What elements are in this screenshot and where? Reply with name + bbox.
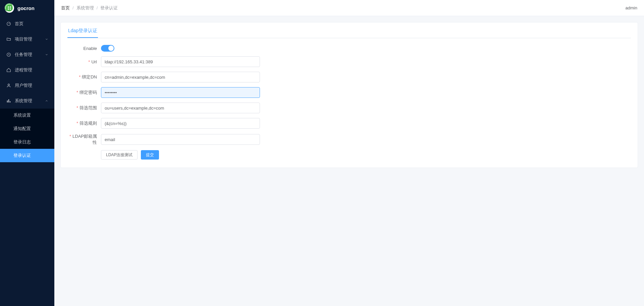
dashboard-icon — [6, 21, 11, 26]
chevron-down-icon — [45, 38, 48, 41]
breadcrumb-home[interactable]: 首页 — [61, 5, 70, 11]
sidebar-item-label: 任务管理 — [15, 52, 32, 58]
breadcrumb-system: 系统管理 — [76, 5, 94, 11]
clock-icon — [6, 52, 11, 57]
tabs: Ldap登录认证 — [67, 28, 631, 38]
ldap-form: Enable Url 绑定DN — [67, 45, 631, 160]
submenu-item-loginauth[interactable]: 登录认证 — [0, 149, 54, 162]
sidebar-item-process[interactable]: 进程管理 — [0, 62, 54, 78]
input-url[interactable] — [101, 56, 260, 67]
svg-rect-9 — [8, 99, 9, 102]
label-filter: 筛选规则 — [67, 120, 101, 126]
btn-test[interactable]: LDAP连接测试 — [101, 150, 138, 160]
submenu-item-loginlog[interactable]: 登录日志 — [0, 135, 54, 149]
svg-rect-2 — [10, 6, 11, 8]
sidebar-item-project[interactable]: 项目管理 — [0, 32, 54, 47]
input-filter[interactable] — [101, 118, 260, 129]
card-ldap: Ldap登录认证 Enable Url — [60, 22, 638, 168]
logo-icon — [5, 3, 14, 13]
sidebar-item-label: 进程管理 — [15, 67, 32, 73]
breadcrumb: 首页 / 系统管理 / 登录认证 — [61, 5, 118, 11]
sidebar-item-label: 项目管理 — [15, 36, 32, 42]
folder-icon — [6, 37, 11, 42]
sidebar: gocron 首页 项目管理 任务管理 进程管理 — [0, 0, 54, 306]
sidebar-item-task[interactable]: 任务管理 — [0, 47, 54, 62]
svg-rect-8 — [7, 101, 8, 103]
logo[interactable]: gocron — [0, 0, 54, 16]
submenu-item-notify[interactable]: 通知配置 — [0, 122, 54, 135]
input-binddn[interactable] — [101, 72, 260, 82]
svg-rect-1 — [8, 6, 9, 8]
input-scope[interactable] — [101, 103, 260, 113]
user-icon — [6, 83, 11, 88]
sidebar-item-label: 系统管理 — [15, 98, 32, 104]
label-scope: 筛选范围 — [67, 105, 101, 111]
label-enable: Enable — [67, 46, 101, 51]
user-menu[interactable]: admin — [626, 5, 637, 10]
label-url: Url — [67, 59, 101, 64]
submenu-system: 系统设置 通知配置 登录日志 登录认证 — [0, 109, 54, 162]
label-bindpw: 绑定密码 — [67, 89, 101, 96]
label-mail: LDAP邮箱属性 — [67, 133, 101, 145]
label-binddn: 绑定DN — [67, 74, 101, 80]
svg-rect-3 — [8, 8, 9, 10]
sidebar-item-label: 首页 — [15, 21, 23, 27]
input-bindpw[interactable] — [101, 87, 260, 98]
main: 首页 / 系统管理 / 登录认证 admin Ldap登录认证 Enable — [54, 0, 644, 306]
sidebar-item-label: 用户管理 — [15, 82, 32, 88]
tab-ldap[interactable]: Ldap登录认证 — [67, 28, 98, 38]
breadcrumb-sep: / — [72, 5, 74, 10]
switch-enable[interactable] — [101, 45, 114, 52]
sidebar-item-user[interactable]: 用户管理 — [0, 78, 54, 93]
chevron-down-icon — [45, 53, 48, 56]
svg-rect-4 — [10, 8, 11, 10]
btn-submit[interactable]: 提交 — [141, 150, 159, 160]
sidebar-item-home[interactable]: 首页 — [0, 16, 54, 32]
chevron-up-icon — [45, 99, 48, 103]
input-mail[interactable] — [101, 134, 260, 145]
logo-text: gocron — [17, 5, 35, 11]
svg-rect-10 — [10, 101, 10, 103]
svg-point-0 — [6, 5, 13, 11]
sidebar-item-system[interactable]: 系统管理 — [0, 93, 54, 109]
home-icon — [6, 67, 11, 73]
breadcrumb-current: 登录认证 — [100, 5, 118, 11]
bar-chart-icon — [6, 98, 11, 104]
svg-point-7 — [8, 84, 10, 85]
breadcrumb-sep: / — [97, 5, 98, 10]
topbar: 首页 / 系统管理 / 登录认证 admin — [54, 0, 644, 16]
submenu-item-settings[interactable]: 系统设置 — [0, 109, 54, 122]
